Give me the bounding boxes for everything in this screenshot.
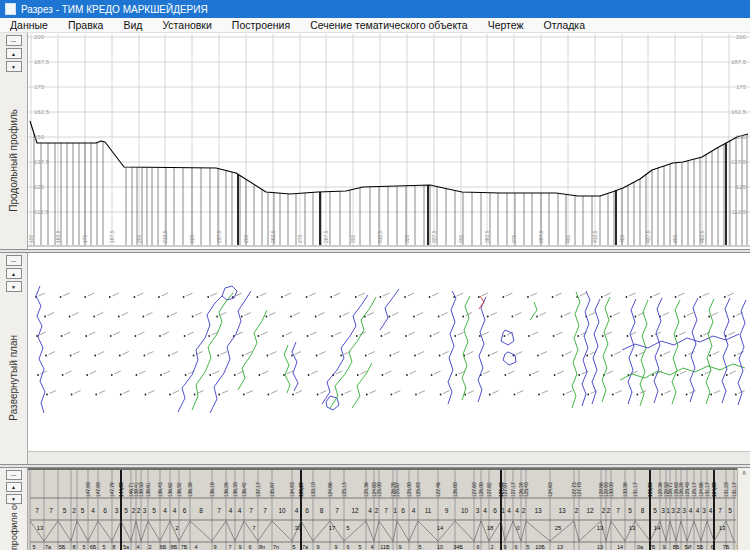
horizontal-splitter[interactable] xyxy=(0,464,750,468)
svg-text:350: 350 xyxy=(458,234,464,243)
svg-text:3: 3 xyxy=(143,507,147,514)
svg-text:136,26: 136,26 xyxy=(224,482,229,497)
plan-drawing[interactable] xyxy=(0,253,750,464)
svg-text:5Б: 5Б xyxy=(697,544,704,550)
svg-text:237,5: 237,5 xyxy=(216,230,222,243)
svg-text:300: 300 xyxy=(350,234,356,243)
menu-item-2[interactable]: Вид xyxy=(113,18,152,33)
svg-text:136,80: 136,80 xyxy=(648,482,653,497)
profile-panel-label: Продольный профиль xyxy=(8,109,19,212)
svg-text:147,90: 147,90 xyxy=(86,482,91,497)
svg-text:124,63: 124,63 xyxy=(548,482,553,497)
scroll-up-button[interactable]: ▲ xyxy=(6,268,22,279)
application-window: Разрез - ТИМ КРЕДО МАРКШЕЙДЕРИЯ ДанныеПр… xyxy=(0,0,750,550)
svg-text:5: 5 xyxy=(63,507,67,514)
svg-text:6: 6 xyxy=(305,507,309,514)
collapse-button[interactable]: — xyxy=(6,470,22,480)
svg-text:400: 400 xyxy=(565,234,571,243)
svg-text:127,17: 127,17 xyxy=(511,482,516,497)
svg-text:125,87: 125,87 xyxy=(395,482,400,497)
svg-text:5а: 5а xyxy=(123,544,130,550)
grid-vertical-scrollbar[interactable]: ∧ xyxy=(737,468,750,550)
scroll-down-button[interactable]: ▼ xyxy=(6,61,22,72)
svg-text:127,97: 127,97 xyxy=(503,482,508,497)
svg-text:13: 13 xyxy=(557,544,563,550)
svg-text:125,00: 125,00 xyxy=(377,482,382,497)
menu-item-7[interactable]: Отладка xyxy=(534,18,596,33)
menu-item-4[interactable]: Построения xyxy=(222,18,300,33)
scroll-down-button[interactable]: ▼ xyxy=(6,281,22,292)
menu-item-0[interactable]: Данные xyxy=(0,18,58,33)
svg-text:13: 13 xyxy=(558,507,566,514)
svg-text:138,61: 138,61 xyxy=(146,482,151,497)
menu-item-3[interactable]: Установки xyxy=(152,18,221,33)
svg-text:262,5: 262,5 xyxy=(270,230,276,243)
svg-text:14: 14 xyxy=(437,525,444,531)
menu-item-6[interactable]: Чертеж xyxy=(478,18,534,33)
svg-text:200: 200 xyxy=(736,34,747,40)
menu-item-5[interactable]: Сечение тематического объекта xyxy=(300,18,477,33)
svg-text:5: 5 xyxy=(152,507,156,514)
svg-text:11: 11 xyxy=(425,507,432,514)
svg-text:5: 5 xyxy=(102,544,105,550)
svg-text:128,00: 128,00 xyxy=(479,482,484,497)
svg-text:1: 1 xyxy=(666,507,670,514)
svg-text:2: 2 xyxy=(137,507,141,514)
svg-text:131,17: 131,17 xyxy=(633,482,638,497)
svg-text:10Б: 10Б xyxy=(535,544,545,550)
menu-item-1[interactable]: Правка xyxy=(58,18,113,33)
svg-text:312,5: 312,5 xyxy=(377,230,383,243)
svg-text:5: 5 xyxy=(81,507,85,514)
svg-text:6: 6 xyxy=(476,544,479,550)
svg-text:4: 4 xyxy=(412,507,416,514)
svg-text:13: 13 xyxy=(719,525,726,531)
svg-text:134,93: 134,93 xyxy=(290,482,295,497)
svg-text:130,38: 130,38 xyxy=(623,482,628,497)
svg-text:2: 2 xyxy=(575,507,579,514)
svg-text:125: 125 xyxy=(736,184,747,190)
svg-text:7: 7 xyxy=(35,507,39,514)
svg-text:6: 6 xyxy=(248,544,251,550)
svg-text:147,79: 147,79 xyxy=(110,482,115,497)
horizontal-splitter[interactable] xyxy=(0,249,750,253)
svg-text:1: 1 xyxy=(501,507,505,514)
svg-text:18: 18 xyxy=(487,525,494,531)
svg-text:375: 375 xyxy=(511,234,517,243)
svg-text:337,5: 337,5 xyxy=(431,230,437,243)
svg-text:2: 2 xyxy=(490,544,493,550)
svg-text:9: 9 xyxy=(213,544,216,550)
svg-text:462,5: 462,5 xyxy=(699,230,705,243)
svg-text:7а: 7а xyxy=(302,544,309,550)
collapse-button[interactable]: — xyxy=(6,35,22,46)
plan-horizontal-scrollbar[interactable] xyxy=(28,451,750,464)
svg-text:150: 150 xyxy=(34,134,45,140)
svg-text:5: 5 xyxy=(32,544,35,550)
svg-text:7: 7 xyxy=(217,507,221,514)
svg-text:2: 2 xyxy=(148,544,151,550)
svg-text:7: 7 xyxy=(616,507,620,514)
svg-text:4: 4 xyxy=(709,507,713,514)
svg-text:125,00: 125,00 xyxy=(407,482,412,497)
profile-chart[interactable]: 200200187,5187,5175175162,5162,515015013… xyxy=(0,33,750,249)
scroll-up-button[interactable]: ▲ xyxy=(6,48,22,59)
scroll-up-arrow-icon[interactable]: ∧ xyxy=(741,469,746,476)
svg-text:4: 4 xyxy=(163,507,167,514)
svg-text:4: 4 xyxy=(370,544,373,550)
svg-text:9: 9 xyxy=(503,544,506,550)
svg-text:136,42: 136,42 xyxy=(242,482,247,497)
grid-table[interactable]: 147,90147,90147,79144,88146,71139,41139,… xyxy=(0,468,750,550)
svg-text:131,17: 131,17 xyxy=(705,482,710,497)
svg-text:8Б: 8Б xyxy=(171,544,178,550)
scroll-up-button[interactable]: ▲ xyxy=(6,482,22,492)
svg-text:5: 5 xyxy=(358,544,361,550)
scroll-down-button[interactable]: ▼ xyxy=(6,494,22,504)
svg-text:13: 13 xyxy=(629,525,636,531)
svg-text:4: 4 xyxy=(368,507,372,514)
collapse-button[interactable]: — xyxy=(6,255,22,266)
title-bar: Разрез - ТИМ КРЕДО МАРКШЕЙДЕРИЯ xyxy=(0,0,750,18)
svg-text:3: 3 xyxy=(476,507,480,514)
svg-text:412,5: 412,5 xyxy=(592,230,598,243)
svg-text:4: 4 xyxy=(689,507,693,514)
svg-text:9: 9 xyxy=(445,507,449,514)
svg-text:7Б: 7Б xyxy=(649,544,656,550)
